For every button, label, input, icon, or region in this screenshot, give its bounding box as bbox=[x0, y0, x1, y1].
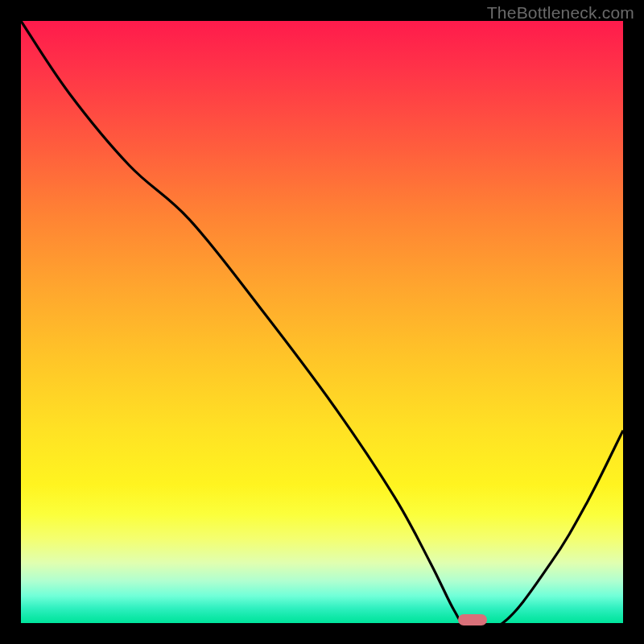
optimal-marker bbox=[458, 614, 487, 625]
chart-plot-area bbox=[21, 21, 623, 623]
bottleneck-curve bbox=[21, 21, 623, 623]
watermark-text: TheBottleneck.com bbox=[487, 3, 634, 23]
